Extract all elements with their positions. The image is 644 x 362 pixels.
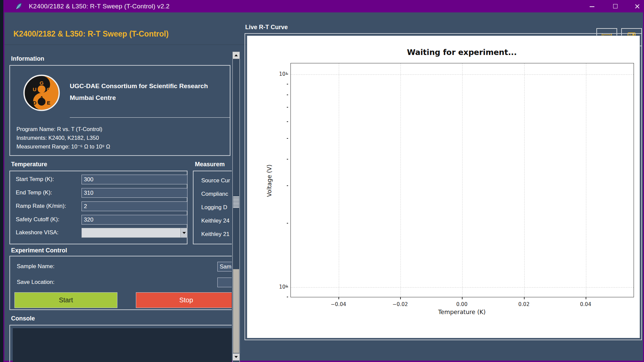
instruments-line: Instruments: K2400, K2182, L350 (16, 135, 99, 141)
ramp-rate-input[interactable] (82, 201, 187, 211)
start-button[interactable]: Start (14, 292, 117, 308)
keithley-2400-label: Keithley 24 (201, 218, 229, 224)
safety-cutoff-input[interactable] (82, 215, 187, 225)
logging-delay-label: Logging D (201, 204, 227, 211)
ramp-rate-label: Ramp Rate (K/min): (16, 203, 66, 209)
desktop: K2400/2182 & L350: R-T Sweep (T-Control)… (0, 0, 644, 362)
section-title-experiment-control: Experiment Control (11, 247, 67, 254)
maximize-button[interactable] (608, 0, 623, 12)
ugc-dae-logo: G U C A D E (23, 74, 60, 113)
info-separator (70, 117, 230, 118)
main-content: K2400/2182 & L350: R-T Sweep (T-Control) (4, 12, 643, 361)
section-title-measurement: Measurem (195, 161, 225, 168)
end-temp-label: End Temp (K): (16, 189, 52, 196)
keithley-2182-label: Keithley 21 (201, 231, 229, 238)
stop-button[interactable]: Stop (136, 292, 232, 308)
window-title: K2400/2182 & L350: R-T Sweep (T-Control)… (29, 3, 170, 10)
temperature-frame: Start Temp (K): End Temp (K): Ramp Rate … (9, 171, 187, 244)
scrollbar-down-button[interactable] (232, 353, 240, 361)
control-pane: Information G U C (5, 45, 232, 362)
save-location-input[interactable] (217, 278, 232, 287)
save-location-label: Save Location: (17, 279, 54, 286)
svg-text:A: A (40, 95, 43, 101)
section-title-console: Console (11, 315, 35, 322)
org-centre: Mumbai Centre (70, 94, 116, 102)
sample-name-input[interactable] (217, 262, 232, 272)
minimize-icon (590, 6, 594, 7)
combobox-dropdown-button[interactable] (180, 228, 187, 237)
svg-text:G: G (40, 80, 44, 86)
console-output[interactable] (13, 328, 232, 362)
section-title-temperature: Temperature (11, 161, 47, 168)
lakeshore-visa-combobox[interactable] (82, 228, 187, 238)
svg-text:C: C (47, 86, 50, 92)
source-current-label: Source Cur (201, 177, 230, 184)
arrow-up-icon (234, 54, 238, 56)
svg-text:U: U (33, 86, 37, 92)
start-temp-input[interactable] (82, 175, 187, 184)
org-name: UGC-DAE Consortium for Scientific Resear… (70, 82, 208, 90)
close-button[interactable] (630, 0, 644, 12)
sample-name-label: Sample Name: (17, 263, 54, 270)
compliance-label: Complianc (201, 191, 228, 197)
minimize-button[interactable] (584, 0, 600, 12)
scrollbar-thumb[interactable] (233, 269, 239, 353)
program-name-line: Program Name: R vs. T (T-Control) (16, 126, 102, 132)
section-title-live-plot: Live R-T Curve (245, 24, 288, 31)
x-axis-label: Temperature (K) (361, 309, 562, 315)
plot-axes (290, 63, 634, 297)
app-feather-icon (15, 2, 22, 11)
sash-grip-handle[interactable] (233, 196, 239, 208)
scrollbar-up-button[interactable] (232, 52, 240, 59)
svg-text:D: D (33, 100, 37, 106)
plot-canvas: Waiting for experiment... (247, 36, 640, 338)
chevron-down-icon (182, 232, 186, 234)
measurement-frame: Source Cur Complianc Logging D Keithley … (193, 171, 232, 244)
svg-text:E: E (47, 100, 50, 106)
plot-title: Waiting for experiment... (294, 48, 630, 57)
lakeshore-visa-label: Lakeshore VISA: (16, 229, 59, 236)
safety-cutoff-label: Safety Cutoff (K): (16, 216, 59, 223)
experiment-control-frame: Sample Name: Save Location: Start Stop (9, 256, 232, 310)
titlebar[interactable]: K2400/2182 & L350: R-T Sweep (T-Control)… (3, 0, 644, 12)
page-title: K2400/2182 & L350: R-T Sweep (T-Control) (13, 29, 169, 39)
y-axis-label: Voltage (V) (266, 147, 273, 214)
start-temp-label: Start Temp (K): (16, 176, 54, 183)
console-frame (9, 325, 232, 362)
measurement-range-line: Measurement Range: 10⁻⁶ Ω to 10⁹ Ω (16, 143, 110, 150)
information-frame: G U C A D E UGC-DAE Consortium for Scien… (9, 65, 230, 156)
end-temp-input[interactable] (82, 188, 187, 198)
arrow-down-icon (234, 356, 238, 358)
maximize-icon (613, 4, 618, 8)
app-window: K2400/2182 & L350: R-T Sweep (T-Control)… (3, 0, 644, 362)
section-title-information: Information (11, 55, 44, 62)
